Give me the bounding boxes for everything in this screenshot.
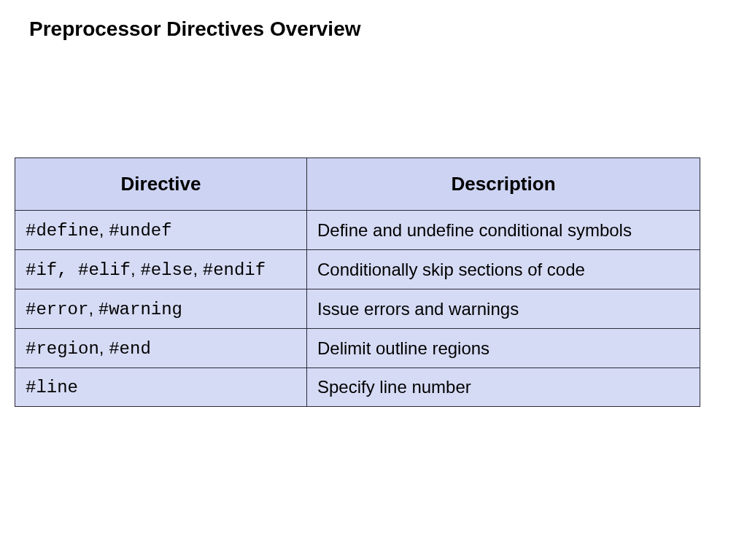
cell-description: Conditionally skip sections of code [307,250,700,289]
cell-directive: #if, #elif, #else, #endif [15,250,307,289]
cell-description: Specify line number [307,368,700,407]
col-header-description: Description [307,158,700,211]
cell-directive: #define, #undef [15,211,307,250]
cell-description: Delimit outline regions [307,329,700,368]
table-row: #if, #elif, #else, #endif Conditionally … [15,250,700,289]
table-row: #region, #end Delimit outline regions [15,329,700,368]
cell-description: Define and undefine conditional symbols [307,211,700,250]
cell-directive: #error, #warning [15,289,307,329]
cell-directive: #region, #end [15,329,307,368]
table-header-row: Directive Description [15,158,700,211]
cell-directive: #line [15,368,307,407]
page-title: Preprocessor Directives Overview [0,0,747,41]
col-header-directive: Directive [15,158,307,211]
directives-table: Directive Description #define, #undef De… [15,158,700,407]
cell-description: Issue errors and warnings [307,289,700,329]
directives-table-wrap: Directive Description #define, #undef De… [15,158,700,407]
table-row: #line Specify line number [15,368,700,407]
table-row: #define, #undef Define and undefine cond… [15,211,700,250]
table-row: #error, #warning Issue errors and warnin… [15,289,700,329]
